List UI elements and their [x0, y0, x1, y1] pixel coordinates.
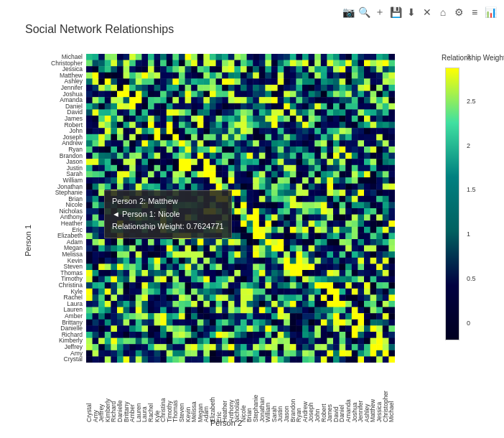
- reset-icon[interactable]: ✕: [421, 6, 434, 19]
- y-axis-names: MichaelChristopherJessicaMatthewAshleyJe…: [19, 54, 83, 363]
- toolbar: 📷 🔍 ＋ 💾 ⬇ ✕ ⌂ ⚙ ≡ 📊: [342, 6, 497, 19]
- colorbar-tick: 0.5: [467, 276, 476, 282]
- colorbar-tick: 3: [467, 54, 476, 60]
- colorbar-gradient: [445, 67, 459, 340]
- zoom-icon[interactable]: 🔍: [358, 6, 370, 19]
- colorbar: Relationship Weight 32.521.510.50: [442, 54, 485, 363]
- lines-icon[interactable]: ≡: [468, 6, 481, 19]
- barchart-icon[interactable]: 📊: [484, 6, 497, 19]
- plus-icon[interactable]: ＋: [373, 6, 386, 19]
- colorbar-tick: 1: [467, 231, 476, 238]
- save-icon[interactable]: 💾: [389, 6, 402, 19]
- download-icon[interactable]: ⬇: [405, 6, 418, 19]
- home-icon[interactable]: ⌂: [437, 6, 449, 19]
- colorbar-ticks: 32.521.510.50: [467, 54, 476, 327]
- x-axis-label: Person 2: [210, 419, 242, 427]
- colorbar-tick: 1.5: [467, 187, 476, 193]
- camera-icon[interactable]: 📷: [342, 6, 355, 19]
- chart-area: Person 1 MichaelChristopherJessicaMatthe…: [11, 50, 499, 431]
- colorbar-tick: 2: [467, 143, 476, 149]
- heatmap[interactable]: [86, 54, 395, 363]
- x-axis-names: CrystalAmyJeffreyKimberlyRichardDanielle…: [86, 365, 395, 422]
- x-axis-name: Michael: [388, 365, 395, 422]
- settings-icon[interactable]: ⚙: [452, 6, 465, 19]
- chart-title: Social Network Relationships: [25, 23, 174, 36]
- colorbar-tick: 2.5: [467, 98, 476, 105]
- y-axis-name: Crystal: [19, 356, 83, 363]
- colorbar-tick: 0: [467, 320, 476, 327]
